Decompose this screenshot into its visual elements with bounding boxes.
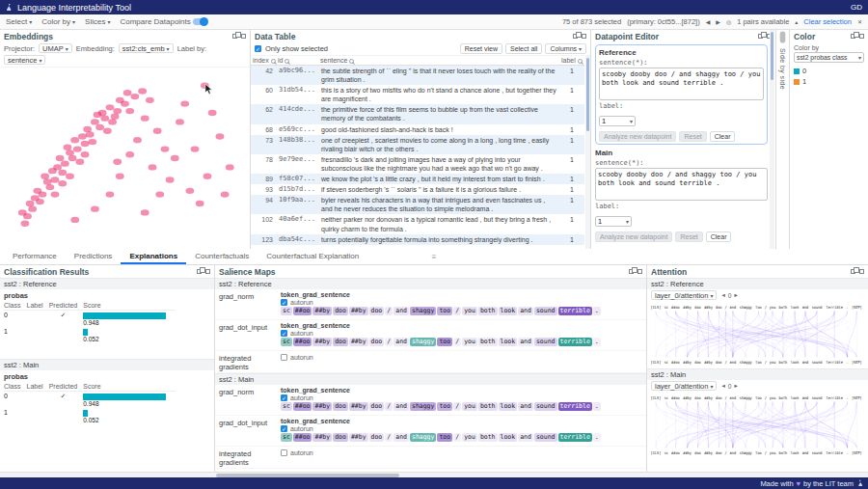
salience-token[interactable]: ##by [349,433,368,442]
datapoint-dot[interactable] [203,174,212,179]
datapoint-dot[interactable] [28,205,37,211]
horizontal-scrollbar[interactable] [0,472,868,477]
datapoint-dot[interactable] [155,191,164,197]
color-by-select[interactable]: sst2 probas class▾ [794,52,864,63]
table-row[interactable]: 93d15b7d...if steven soderbergh 's `` so… [251,184,584,195]
salience-token[interactable]: terrible [558,433,592,442]
datapoint-dot[interactable] [196,201,204,206]
datapoint-dot[interactable] [125,108,134,114]
salience-token[interactable]: and [518,433,533,442]
salience-token[interactable]: you [462,433,477,442]
attention-layer-select[interactable]: layer_0/attention▾ [651,381,717,391]
maximize-icon[interactable] [241,34,246,39]
salience-token[interactable]: shaggy [410,433,436,442]
datapoint-dot[interactable] [166,177,175,182]
salience-token[interactable]: ##by [312,307,332,315]
datapoint-dot[interactable] [61,160,69,166]
search-icon[interactable] [349,59,354,64]
popout-icon[interactable] [197,269,202,274]
salience-token[interactable]: both [478,338,498,346]
salience-token[interactable]: ##by [312,338,332,346]
salience-token[interactable]: look [499,433,518,442]
datapoint-dot[interactable] [221,191,230,197]
datapoint-dot[interactable] [123,90,132,95]
datapoint-dot[interactable] [153,128,162,134]
salience-token[interactable]: look [499,338,518,346]
datapoint-dot[interactable] [43,178,52,184]
salience-token[interactable]: / [385,307,393,315]
salience-token[interactable]: ##by [349,402,368,411]
autorun-checkbox[interactable]: ✓ [281,394,287,401]
pairs-expand-icon[interactable]: ▴ [795,18,798,25]
datapoint-dot[interactable] [98,110,107,116]
datapoint-dot[interactable] [141,209,149,215]
clear-button[interactable]: Clear [706,231,732,242]
toggle-icon[interactable] [193,18,207,25]
salience-token[interactable]: too [437,338,452,346]
salience-token[interactable]: terrible [558,307,592,315]
embedding-control-select[interactable]: UMAP▾ [39,43,72,53]
tab-counterfactual-explanation[interactable]: Counterfactual Explanation [258,249,367,264]
datapoint-dot[interactable] [133,137,142,143]
head-prev-icon[interactable]: ◂ [721,382,724,390]
salience-token[interactable]: and [518,402,533,411]
datapoint-dot[interactable] [161,146,170,151]
table-row[interactable]: 123dba54c...turns potentially forgettabl… [251,234,584,245]
datapoint-dot[interactable] [216,133,225,139]
maximize-icon[interactable] [582,34,586,39]
tab-predictions[interactable]: Predictions [66,249,122,264]
sentence-textarea[interactable]: scooby dooby doo / and shaggy too / you … [595,168,768,201]
columns-button[interactable]: Columns ▾ [545,43,586,54]
toolbar-menu-select[interactable]: Select▾ [6,17,32,26]
datapoint-dot[interactable] [191,146,200,151]
salience-token[interactable]: ##oo [293,433,312,442]
salience-token[interactable]: . [593,402,601,411]
clear-selection-button[interactable]: Clear selection [803,17,852,26]
datapoint-dot[interactable] [106,191,115,197]
datapoint-dot[interactable] [58,170,67,176]
salience-token[interactable]: ##oo [293,307,312,315]
tab-performance[interactable]: Performance [4,249,66,264]
head-next-icon[interactable]: ▸ [734,291,737,299]
salience-token[interactable]: / [453,433,461,442]
datapoint-dot[interactable] [103,128,112,134]
maximize-icon[interactable] [859,34,864,39]
salience-token[interactable]: you [462,402,477,411]
toolbar-menu-slices[interactable]: Slices▾ [85,17,110,26]
salience-token[interactable]: / [453,338,461,346]
table-row[interactable]: 68e569cc...good old-fashioned slash-and-… [251,124,584,135]
datapoint-dot[interactable] [106,104,115,110]
salience-token[interactable]: ##by [312,433,332,442]
datapoint-dot[interactable] [185,188,194,194]
salience-token[interactable]: too [437,307,452,315]
datapoint-dot[interactable] [171,155,179,161]
datapoint-dot[interactable] [20,220,29,226]
salience-token[interactable]: ##by [312,402,332,411]
label-select[interactable]: 1▾ [595,216,632,227]
search-icon[interactable] [285,59,289,64]
datapoint-dot[interactable] [81,151,90,157]
drag-handle-icon[interactable]: ≡ [432,249,437,265]
salience-token[interactable]: ##by [349,307,368,315]
prev-datapoint-icon[interactable]: ◀ [706,18,711,25]
autorun-checkbox[interactable] [281,449,287,456]
salience-token[interactable]: too [437,402,452,411]
editor-scrollbar[interactable] [770,30,774,249]
datapoint-dot[interactable] [91,205,99,211]
salience-token[interactable]: both [478,433,498,442]
datapoint-dot[interactable] [78,133,87,139]
toolbar-menu-color-by[interactable]: Color by▾ [41,17,75,26]
salience-token[interactable]: ##oo [293,338,312,346]
tab-counterfactuals[interactable]: Counterfactuals [186,249,258,264]
reset-button[interactable]: Reset [679,131,706,142]
column-header-id[interactable]: id [276,56,318,66]
salience-token[interactable]: look [499,307,518,315]
salience-token[interactable]: and [393,433,409,442]
head-next-icon[interactable]: ▸ [734,382,737,390]
datapoint-dot[interactable] [176,119,184,124]
datapoint-dot[interactable] [125,151,134,157]
salience-token[interactable]: sc [281,307,292,315]
autorun-checkbox[interactable]: ✓ [281,299,287,306]
salience-token[interactable]: and [393,307,409,315]
datapoint-dot[interactable] [149,164,157,170]
